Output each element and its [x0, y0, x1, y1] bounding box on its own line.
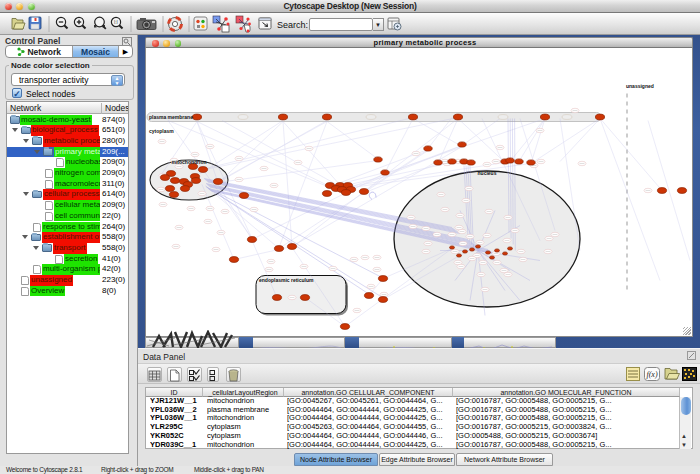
svg-text:f(x): f(x)	[646, 370, 657, 379]
svg-text:mitochondrion: mitochondrion	[172, 159, 207, 165]
svg-text:unassigned: unassigned	[626, 83, 654, 89]
svg-text:cytoplasm: cytoplasm	[149, 127, 174, 133]
svg-text:Search:: Search:	[277, 20, 308, 30]
svg-text:plasma membrane: plasma membrane	[149, 114, 193, 120]
svg-text:endoplasmic reticulum: endoplasmic reticulum	[259, 276, 314, 282]
svg-text:I:I: I:I	[114, 20, 118, 25]
svg-text:nucleus: nucleus	[478, 169, 497, 175]
